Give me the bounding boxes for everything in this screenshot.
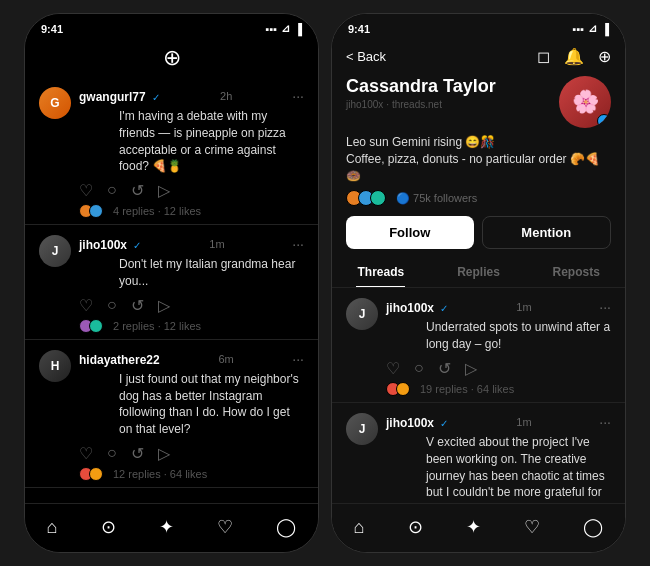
profile-avatar: 🌸 ✓ — [559, 76, 611, 128]
like-icon-pp1[interactable]: ♡ — [386, 359, 400, 378]
share-icon-post3[interactable]: ▷ — [158, 444, 170, 463]
nav-search-icon[interactable]: ⊙ — [91, 512, 126, 542]
post-aimi-allover: tarekoyou reposted A aimi.allover 2h ··· — [25, 488, 318, 503]
profile-post-1: J jiho100x ✓ 1m ··· Underrated spots to … — [332, 288, 625, 403]
profile-info-section: Cassandra Taylor jiho100x · threads.net … — [332, 70, 625, 257]
post-jiho100x-1: J jiho100x ✓ 1m ··· Don't let my Italian — [25, 225, 318, 340]
profile-handle: jiho100x · threads.net — [346, 98, 496, 110]
right-battery-icon: ▐ — [601, 23, 609, 35]
avatar-jiho100x-1: J — [39, 235, 71, 267]
like-icon-post1[interactable]: ♡ — [79, 181, 93, 200]
post-gwangurl77: G gwangurl77 ✓ 2h ··· I'm having a debat… — [25, 77, 318, 225]
time-pp1: 1m — [516, 301, 531, 313]
nav-heart-icon[interactable]: ♡ — [207, 512, 243, 542]
repost-icon-pp1[interactable]: ↺ — [438, 359, 451, 378]
repost-icon-post2[interactable]: ↺ — [131, 296, 144, 315]
comment-icon-pp1[interactable]: ○ — [414, 359, 424, 378]
profile-header-bar: < Back ◻ 🔔 ⊕ — [332, 39, 625, 70]
verified-pp2: ✓ — [440, 418, 448, 429]
mention-button[interactable]: Mention — [482, 216, 612, 249]
username-hidayathere22: hidayathere22 — [79, 353, 160, 367]
nav-profile-icon[interactable]: ◯ — [266, 512, 306, 542]
username-pp1: jiho100x — [386, 301, 434, 315]
nav-home-icon[interactable]: ⌂ — [37, 513, 68, 542]
nav-compose-icon[interactable]: ✦ — [149, 512, 184, 542]
comment-icon-post2[interactable]: ○ — [107, 296, 117, 315]
more-icon-pp2[interactable]: ··· — [599, 414, 611, 430]
avatar-gwangurl77: G — [39, 87, 71, 119]
back-button[interactable]: < Back — [346, 49, 386, 64]
right-signal-icon: ▪▪▪ — [573, 23, 585, 35]
stats-post3: 12 replies · 64 likes — [39, 467, 304, 481]
actions-post1: ♡ ○ ↺ ▷ — [39, 181, 304, 200]
left-bottom-nav: ⌂ ⊙ ✦ ♡ ◯ — [25, 503, 318, 552]
username-gwangurl77: gwangurl77 — [79, 90, 146, 104]
username-pp2: jiho100x — [386, 416, 434, 430]
tab-replies[interactable]: Replies — [430, 257, 528, 287]
more-icon-post2[interactable]: ··· — [292, 236, 304, 252]
repost-icon-post1[interactable]: ↺ — [131, 181, 144, 200]
share-icon-pp1[interactable]: ▷ — [465, 359, 477, 378]
actions-post2: ♡ ○ ↺ ▷ — [39, 296, 304, 315]
stats-text-pp1: 19 replies · 64 likes — [420, 383, 514, 395]
content-post1: I'm having a debate with my friends — is… — [79, 108, 304, 175]
left-phone: 9:41 ▪▪▪ ⊿ ▐ ⊕ G — [24, 13, 319, 553]
verified-jiho100x-1: ✓ — [133, 240, 141, 251]
right-nav-profile-icon[interactable]: ◯ — [573, 512, 613, 542]
more-icon-pp1[interactable]: ··· — [599, 299, 611, 315]
profile-followers: 🔵 75k followers — [346, 190, 611, 206]
left-feed[interactable]: G gwangurl77 ✓ 2h ··· I'm having a debat… — [25, 77, 318, 503]
tab-threads[interactable]: Threads — [332, 257, 430, 287]
follow-button[interactable]: Follow — [346, 216, 474, 249]
threads-logo: ⊕ — [163, 45, 181, 71]
profile-feed[interactable]: J jiho100x ✓ 1m ··· Underrated spots to … — [332, 288, 625, 503]
right-nav-search-icon[interactable]: ⊙ — [398, 512, 433, 542]
notifications-icon[interactable]: 🔔 — [564, 47, 584, 66]
stats-post1: 4 replies · 12 likes — [39, 204, 304, 218]
tab-reposts[interactable]: Reposts — [527, 257, 625, 287]
stats-text-post2: 2 replies · 12 likes — [113, 320, 201, 332]
more-profile-icon[interactable]: ⊕ — [598, 47, 611, 66]
share-icon-post2[interactable]: ▷ — [158, 296, 170, 315]
right-nav-heart-icon[interactable]: ♡ — [514, 512, 550, 542]
share-icon-post1[interactable]: ▷ — [158, 181, 170, 200]
right-bottom-nav: ⌂ ⊙ ✦ ♡ ◯ — [332, 503, 625, 552]
profile-verified-badge: ✓ — [597, 114, 611, 128]
profile-bio: Leo sun Gemini rising 😄🎊Coffee, pizza, d… — [346, 134, 611, 184]
right-status-bar: 9:41 ▪▪▪ ⊿ ▐ — [332, 14, 625, 39]
signal-icon: ▪▪▪ — [266, 23, 278, 35]
content-post3: I just found out that my neighbor's dog … — [79, 371, 304, 438]
profile-post-2: J jiho100x ✓ 1m ··· V excited about the … — [332, 403, 625, 503]
time-post3: 6m — [218, 353, 233, 365]
content-post2: Don't let my Italian grandma hear you... — [79, 256, 304, 290]
right-nav-compose-icon[interactable]: ✦ — [456, 512, 491, 542]
avatar-hidayathere22: H — [39, 350, 71, 382]
battery-icon: ▐ — [294, 23, 302, 35]
left-status-icons: ▪▪▪ ⊿ ▐ — [266, 22, 303, 35]
more-icon-post1[interactable]: ··· — [292, 88, 304, 104]
right-status-icons: ▪▪▪ ⊿ ▐ — [573, 22, 610, 35]
right-nav-home-icon[interactable]: ⌂ — [344, 513, 375, 542]
instagram-icon[interactable]: ◻ — [537, 47, 550, 66]
comment-icon-post1[interactable]: ○ — [107, 181, 117, 200]
right-wifi-icon: ⊿ — [588, 22, 597, 35]
profile-actions: Follow Mention — [346, 216, 611, 249]
like-icon-post3[interactable]: ♡ — [79, 444, 93, 463]
right-time: 9:41 — [348, 23, 370, 35]
profile-name: Cassandra Taylor — [346, 76, 496, 97]
content-pp1: Underrated spots to unwind after a long … — [386, 319, 611, 353]
stats-text-post3: 12 replies · 64 likes — [113, 468, 207, 480]
app-header: ⊕ — [25, 39, 318, 77]
profile-header-icons: ◻ 🔔 ⊕ — [537, 47, 611, 66]
more-icon-post3[interactable]: ··· — [292, 351, 304, 367]
wifi-icon: ⊿ — [281, 22, 290, 35]
time-post2: 1m — [209, 238, 224, 250]
like-icon-post2[interactable]: ♡ — [79, 296, 93, 315]
avatar-profile-post2: J — [346, 413, 378, 445]
repost-icon-post3[interactable]: ↺ — [131, 444, 144, 463]
actions-pp1: ♡ ○ ↺ ▷ — [346, 359, 611, 378]
verified-gwangurl77: ✓ — [152, 92, 160, 103]
comment-icon-post3[interactable]: ○ — [107, 444, 117, 463]
left-status-bar: 9:41 ▪▪▪ ⊿ ▐ — [25, 14, 318, 39]
stats-text-post1: 4 replies · 12 likes — [113, 205, 201, 217]
